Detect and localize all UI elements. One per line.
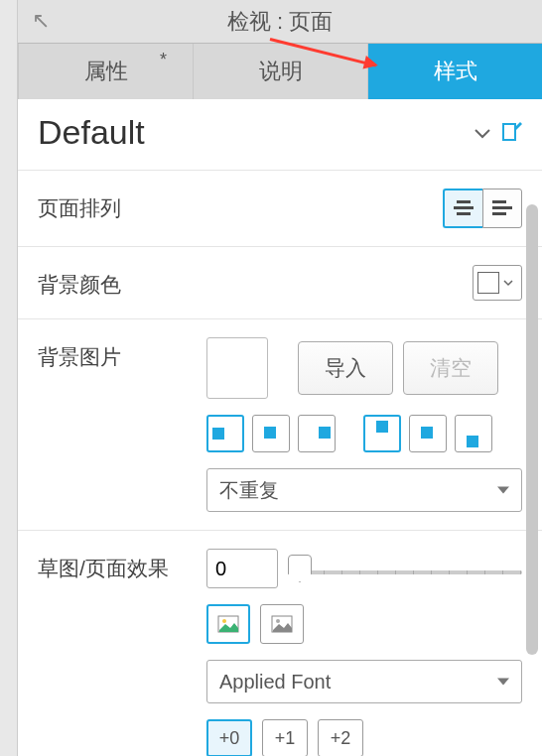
bg-repeat-select[interactable]: 不重复 — [206, 468, 522, 512]
tab-label: 属性 — [84, 57, 128, 86]
svg-rect-0 — [503, 124, 515, 140]
popout-icon[interactable]: ↖ — [32, 8, 50, 34]
chevron-down-icon[interactable] — [474, 121, 490, 144]
section-header: Default — [18, 99, 542, 170]
row-label: 页面排列 — [38, 189, 206, 222]
tab-label: 样式 — [434, 57, 477, 86]
select-value: Applied Font — [219, 671, 331, 693]
scrollbar-thumb[interactable] — [526, 204, 538, 655]
valign-bottom-button[interactable] — [455, 415, 492, 452]
panel-title: 检视 : 页面 — [18, 7, 542, 37]
edit-style-icon[interactable] — [500, 122, 522, 144]
row-bg-color: 背景颜色 — [18, 246, 542, 318]
tab-properties[interactable]: 属性 * — [18, 44, 194, 99]
font-select[interactable]: Applied Font — [206, 660, 522, 703]
row-bg-image: 背景图片 导入 清空 不重复 — [18, 318, 542, 530]
halign-right-button[interactable] — [298, 415, 336, 452]
sketch-value-input[interactable] — [206, 549, 278, 588]
offset-2-button[interactable]: +2 — [318, 719, 363, 756]
valign-middle-button[interactable] — [409, 415, 447, 452]
row-sketch-effect: 草图/页面效果 A — [18, 530, 542, 756]
svg-point-2 — [222, 619, 226, 623]
halign-left-button[interactable] — [206, 415, 244, 452]
clear-button[interactable]: 清空 — [403, 341, 498, 395]
offset-1-button[interactable]: +1 — [262, 719, 308, 756]
tab-label: 说明 — [259, 57, 303, 86]
valign-top-button[interactable] — [363, 415, 401, 452]
panel-header: ↖ 检视 : 页面 — [18, 0, 542, 44]
align-center-button[interactable] — [443, 189, 482, 228]
tab-notes[interactable]: 说明 — [194, 44, 368, 99]
row-label: 背景颜色 — [38, 265, 206, 299]
color-swatch-icon — [477, 272, 499, 294]
tab-style[interactable]: 样式 — [368, 44, 542, 99]
import-button[interactable]: 导入 — [298, 341, 393, 395]
row-label: 背景图片 — [38, 337, 206, 371]
sketch-gray-toggle[interactable] — [260, 604, 304, 644]
slider-thumb[interactable] — [288, 555, 312, 582]
offset-0-button[interactable]: +0 — [206, 719, 252, 756]
row-page-align: 页面排列 — [18, 170, 542, 246]
row-label: 草图/页面效果 — [38, 549, 206, 582]
left-sidebar-stub — [0, 0, 18, 756]
style-content: Default 页面排列 — [18, 99, 542, 756]
bg-color-picker[interactable] — [473, 265, 522, 301]
style-name: Default — [38, 113, 465, 152]
halign-center-button[interactable] — [252, 415, 290, 452]
inspector-panel: ↖ 检视 : 页面 属性 * 说明 样式 Default — [18, 0, 542, 756]
sketch-slider[interactable] — [288, 549, 522, 588]
dirty-indicator: * — [160, 50, 167, 70]
svg-point-4 — [276, 619, 280, 623]
tab-bar: 属性 * 说明 样式 — [18, 44, 542, 99]
bg-image-well[interactable] — [206, 337, 268, 399]
slider-track — [288, 570, 522, 574]
align-left-button[interactable] — [482, 189, 522, 228]
select-value: 不重复 — [219, 477, 279, 504]
sketch-color-toggle[interactable] — [206, 604, 250, 644]
